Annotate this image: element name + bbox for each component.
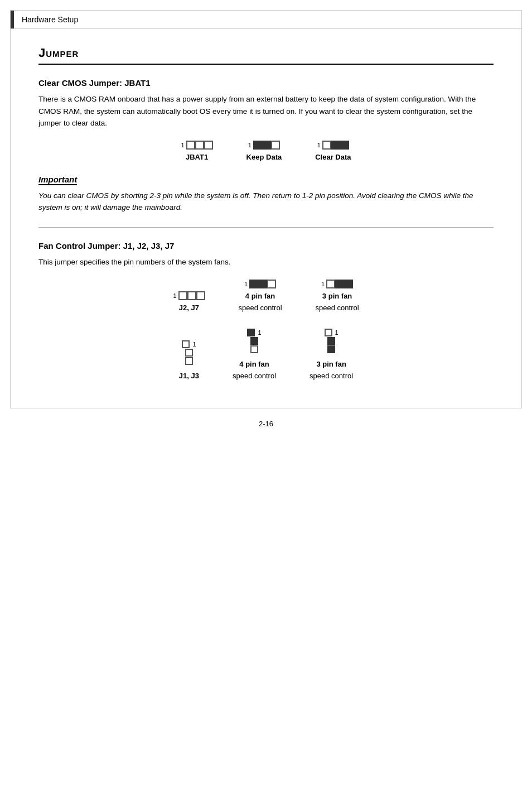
- pin1-filled: [253, 141, 262, 150]
- cmos-body-text: There is a CMOS RAM onboard that has a p…: [38, 93, 494, 129]
- header-bar: Hardware Setup: [10, 10, 522, 28]
- header-title: Hardware Setup: [14, 11, 86, 28]
- j1j3-num: 1: [192, 341, 196, 348]
- 3pin-top-pin-num: 1: [321, 281, 325, 287]
- j1j3-diagram: 1 J1, J3: [179, 340, 199, 380]
- 4pin-top-sublabel: speed control: [239, 304, 282, 312]
- 4pin-bot-sublabel: speed control: [233, 372, 276, 380]
- 3pin-top-label: 3 pin fan: [322, 292, 352, 300]
- pin1: [186, 141, 195, 150]
- pin3-filled: [340, 141, 349, 150]
- 4pin-top-pin-num: 1: [244, 281, 248, 287]
- jbat1-diagram-row: 1 JBAT1 1 Keep Data: [38, 141, 494, 161]
- 3pin-top-diagram: 1 3 pin fan speed control: [316, 280, 359, 312]
- jbat1-pins: 1: [181, 141, 212, 150]
- page: Hardware Setup Jumper Clear CMOS Jumper:…: [0, 10, 532, 799]
- 4pin-bot-pins: 1: [247, 329, 261, 353]
- 3pin-bot-sublabel: speed control: [309, 372, 353, 380]
- fan-subsection-title: Fan Control Jumper: J1, J2, J3, J7: [38, 241, 494, 251]
- 3pin-top-sublabel: speed control: [316, 304, 359, 312]
- important-section: Important You can clear CMOS by shorting…: [38, 175, 494, 214]
- j2j7-label: J2, J7: [179, 304, 199, 312]
- important-text: You can clear CMOS by shorting 2-3 pin w…: [38, 190, 494, 214]
- pin2-filled: [335, 280, 344, 288]
- v-pin-row-3: [250, 345, 258, 353]
- vpin3-filled: [327, 345, 335, 353]
- pin1: [178, 291, 187, 300]
- keepdata-pins: 1: [248, 141, 280, 150]
- pin1-open: [322, 141, 331, 150]
- pin2: [195, 141, 204, 150]
- pin2-filled: [331, 141, 340, 150]
- v-pin-row-1: 1: [182, 340, 196, 348]
- j2j7-pins: 1: [173, 291, 205, 300]
- pin2-filled: [262, 141, 271, 150]
- pin3-open: [267, 280, 276, 288]
- vpin1-open: [325, 329, 332, 336]
- pin2: [187, 291, 196, 300]
- v-pin-row-1: 1: [247, 329, 261, 336]
- v-pin-row-2: [327, 337, 335, 345]
- 4pin-bot-diagram: 1 4 pin fan speed control: [233, 329, 276, 380]
- 4pin-bot-label: 4 pin fan: [239, 360, 269, 368]
- jbat1-pin-num: 1: [181, 142, 184, 148]
- pin3: [196, 291, 205, 300]
- vpin3: [185, 357, 193, 365]
- cleardata-pin-num: 1: [317, 142, 321, 148]
- pin3-open: [271, 141, 280, 150]
- vpin2-filled: [327, 337, 335, 345]
- vpin1: [182, 340, 190, 348]
- pin2-filled: [258, 280, 267, 288]
- jbat1-diagram: 1 JBAT1: [181, 141, 212, 161]
- vpin2-filled: [250, 337, 258, 345]
- keepdata-diagram: 1 Keep Data: [246, 141, 282, 161]
- v-pin-row-2: [250, 337, 258, 345]
- vpin3-open: [250, 345, 258, 353]
- cleardata-label: Clear Data: [315, 153, 351, 161]
- pin1-open: [326, 280, 335, 288]
- page-number: 2-16: [0, 420, 532, 434]
- pin3-filled: [344, 280, 353, 288]
- 4pin-top-pins: 1: [244, 280, 276, 288]
- divider: [38, 227, 494, 228]
- fan-top-diagram-row: 1 J2, J7 1 4 pin fan speed control: [38, 280, 494, 312]
- fan-body-text: This jumper specifies the pin numbers of…: [38, 256, 494, 268]
- j1j3-label: J1, J3: [179, 372, 199, 380]
- pin3: [204, 141, 213, 150]
- important-label: Important: [38, 175, 77, 185]
- cleardata-pins: 1: [317, 141, 349, 150]
- j1j3-pins: 1: [182, 340, 196, 365]
- j2j7-pin-num: 1: [173, 292, 176, 299]
- j2j7-diagram: 1 J2, J7: [173, 291, 205, 312]
- 4pin-bot-num: 1: [258, 329, 261, 336]
- 3pin-top-pins: 1: [321, 280, 353, 288]
- vpin1-filled: [247, 329, 255, 336]
- cleardata-diagram: 1 Clear Data: [315, 141, 351, 161]
- keepdata-label: Keep Data: [246, 153, 282, 161]
- cmos-subsection-title: Clear CMOS Jumper: JBAT1: [38, 78, 494, 88]
- 3pin-bot-label: 3 pin fan: [316, 360, 346, 368]
- section-title: Jumper: [38, 46, 494, 65]
- vpin2: [185, 349, 193, 357]
- 4pin-top-label: 4 pin fan: [245, 292, 275, 300]
- 3pin-bot-pins: 1: [325, 329, 338, 353]
- v-pin-row-3: [327, 345, 335, 353]
- 3pin-bot-num: 1: [335, 329, 338, 336]
- v-pin-row-1: 1: [325, 329, 338, 336]
- v-pin-row-3: [185, 357, 193, 365]
- fan-bottom-diagram-row: 1 J1, J3 1: [38, 329, 494, 380]
- jbat1-label: JBAT1: [186, 153, 208, 161]
- 4pin-top-diagram: 1 4 pin fan speed control: [239, 280, 282, 312]
- v-pin-row-2: [185, 349, 193, 357]
- keepdata-pin-num: 1: [248, 142, 252, 148]
- 3pin-bot-diagram: 1 3 pin fan speed control: [309, 329, 353, 380]
- pin1-filled: [249, 280, 258, 288]
- content-area: Jumper Clear CMOS Jumper: JBAT1 There is…: [10, 28, 522, 408]
